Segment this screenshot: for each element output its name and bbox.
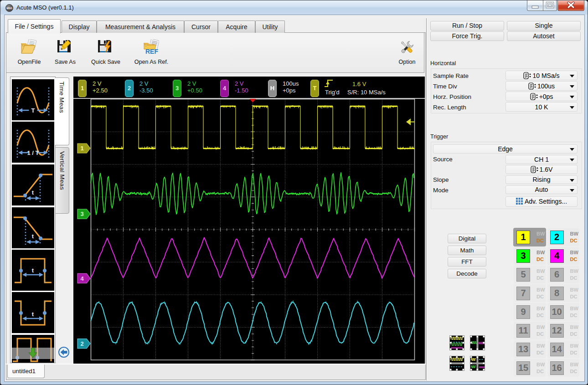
svg-text:t: t: [32, 311, 34, 318]
svg-text:t: t: [32, 189, 34, 196]
svg-text:2: 2: [80, 340, 83, 347]
svg-text:3: 3: [80, 210, 83, 217]
svg-text:REF: REF: [145, 48, 158, 55]
svg-text:1: 1: [80, 145, 83, 152]
svg-text:t: t: [32, 267, 34, 274]
svg-text:1 / T: 1 / T: [27, 149, 39, 156]
svg-text:T: T: [31, 107, 35, 114]
svg-text:4: 4: [80, 275, 84, 282]
svg-text:t: t: [32, 233, 34, 240]
